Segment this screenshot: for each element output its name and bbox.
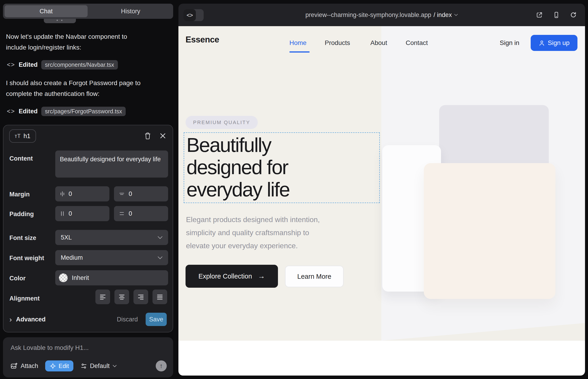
explore-collection-label: Explore Collection	[198, 272, 252, 280]
preview-browser-frame: <> preview--charming-site-symphony.lovab…	[178, 4, 585, 376]
premium-quality-badge: PREMIUM QUALITY	[186, 116, 258, 129]
url-bar[interactable]: preview--charming-site-symphony.lovable.…	[178, 4, 585, 26]
sign-in-link[interactable]: Sign in	[500, 39, 519, 47]
padding-vertical-input[interactable]: 0	[114, 206, 168, 221]
chat-message-line: I should also create a Forgot Password p…	[6, 78, 157, 88]
attach-image-icon	[11, 363, 17, 369]
margin-horizontal-input[interactable]: 0	[55, 186, 109, 201]
model-mode-select[interactable]: Default	[81, 363, 117, 370]
nav-link-products[interactable]: Products	[325, 39, 350, 47]
target-icon	[50, 363, 56, 369]
file-chip[interactable]: src/components/Navbar.tsx	[41, 60, 118, 69]
hero-paragraph-line: simplicity and quality craftsmanship to	[186, 226, 320, 239]
composer-actions: Attach Edit	[11, 360, 167, 372]
hero-paragraph: Elegant products designed with intention…	[186, 213, 320, 252]
url-host: preview--charming-site-symphony.lovable.…	[306, 12, 431, 19]
content-input[interactable]: Beautifully designed for everyday life	[55, 151, 168, 178]
site-logo[interactable]: Essence	[186, 35, 219, 45]
color-select[interactable]: Inherit	[55, 270, 168, 285]
element-inspector-panel: тT h1 Content Beautifully designed for e…	[3, 125, 173, 332]
hero-heading: Beautifully designed for everyday life	[186, 134, 289, 201]
color-label: Color	[9, 275, 26, 282]
padding-horizontal-input[interactable]: 0	[55, 206, 109, 221]
chat-history-tabbar: Chat History	[3, 4, 173, 19]
discard-button[interactable]: Discard	[117, 316, 138, 323]
mode-label: Default	[90, 363, 110, 370]
edited-label: Edited	[19, 108, 38, 115]
font-weight-select[interactable]: Medium	[55, 250, 168, 265]
align-left-icon	[99, 294, 106, 300]
alignment-label: Alignment	[9, 295, 40, 302]
close-inspector-button[interactable]	[159, 132, 167, 140]
explore-collection-button[interactable]: Explore Collection →	[186, 265, 278, 288]
chat-message-line: Now let's update the Navbar component to	[6, 31, 157, 42]
margin-label: Margin	[9, 191, 30, 198]
browser-bar-actions	[536, 4, 577, 26]
nav-link-about[interactable]: About	[370, 39, 387, 47]
margin-vertical-input[interactable]: 0	[114, 186, 168, 201]
active-nav-underline	[289, 51, 309, 52]
margin-horizontal-value: 0	[69, 190, 72, 198]
chat-sidebar: Chat History Now let's update the Navbar…	[0, 0, 175, 379]
padding-horizontal-value: 0	[69, 210, 72, 217]
nav-link-contact[interactable]: Contact	[406, 39, 428, 47]
element-tag-label: h1	[24, 133, 31, 140]
nav-link-home[interactable]: Home	[289, 39, 307, 47]
hero-heading-line: everyday life	[186, 178, 289, 201]
edit-mode-button[interactable]: Edit	[45, 360, 74, 371]
align-center-icon	[118, 294, 125, 300]
user-icon	[539, 40, 545, 46]
tab-chat[interactable]: Chat	[5, 5, 88, 17]
advanced-toggle[interactable]: › Advanced	[9, 316, 46, 323]
code-icon: <>	[7, 61, 15, 68]
site-preview: Essence Home Products About Contact Sign…	[178, 26, 585, 376]
padding-vertical-icon	[119, 211, 125, 216]
align-right-button[interactable]	[134, 289, 148, 304]
refresh-button[interactable]	[569, 11, 577, 19]
attach-label: Attach	[21, 363, 38, 370]
save-button[interactable]: Save	[146, 313, 167, 326]
font-size-label: Font size	[9, 235, 36, 242]
color-value: Inherit	[72, 274, 89, 282]
element-tag-pill[interactable]: тT h1	[9, 129, 36, 143]
align-justify-button[interactable]	[153, 289, 167, 304]
padding-label: Padding	[9, 211, 34, 218]
align-left-button[interactable]	[95, 289, 110, 304]
preview-browser-bar: <> preview--charming-site-symphony.lovab…	[178, 4, 585, 26]
margin-vertical-icon	[119, 191, 125, 196]
learn-more-button[interactable]: Learn More	[285, 266, 343, 287]
alignment-button-group	[95, 289, 167, 304]
code-icon: <>	[7, 108, 15, 115]
hero-paragraph-line: Elegant products designed with intention…	[186, 213, 320, 226]
inspector-footer: › Advanced Discard Save	[9, 313, 167, 326]
sign-up-label: Sign up	[548, 39, 570, 47]
delete-element-button[interactable]	[144, 132, 152, 140]
mobile-phone-icon	[553, 12, 560, 18]
open-in-new-tab-button[interactable]	[536, 11, 543, 19]
send-button[interactable]: ↑	[156, 360, 167, 371]
edited-file-row: <> Edited src/components/Navbar.tsx	[7, 60, 118, 70]
hero-heading-line: Beautifully	[186, 134, 289, 156]
font-size-value: 5XL	[61, 234, 72, 241]
margin-horizontal-icon	[60, 190, 65, 197]
advanced-label: Advanced	[16, 316, 46, 323]
sliders-icon	[81, 363, 87, 369]
hero-paragraph-line: elevate your everyday experience.	[186, 239, 320, 252]
file-chip[interactable]: src/pages/ForgotPassword.tsx	[41, 107, 126, 116]
hero-heading-line: designed for	[186, 156, 289, 178]
arrow-up-icon: ↑	[160, 362, 163, 370]
url-page: / index	[434, 12, 452, 19]
chat-message-line: complete the authentication flow:	[6, 88, 157, 99]
sign-up-button[interactable]: Sign up	[531, 35, 577, 51]
font-size-select[interactable]: 5XL	[55, 230, 168, 245]
selected-element-outline[interactable]: Beautifully designed for everyday life	[184, 132, 380, 203]
chat-composer[interactable]: Ask Lovable to modify H1... Attach	[3, 337, 173, 377]
align-justify-icon	[156, 294, 163, 300]
chat-message-line: include login/register links:	[6, 42, 157, 53]
attach-button[interactable]: Attach	[11, 363, 38, 370]
font-weight-label: Font weight	[9, 255, 44, 262]
mobile-view-button[interactable]	[553, 11, 560, 19]
align-center-button[interactable]	[114, 289, 129, 304]
composer-placeholder: Ask Lovable to modify H1...	[11, 344, 89, 351]
tab-history[interactable]: History	[88, 4, 173, 19]
